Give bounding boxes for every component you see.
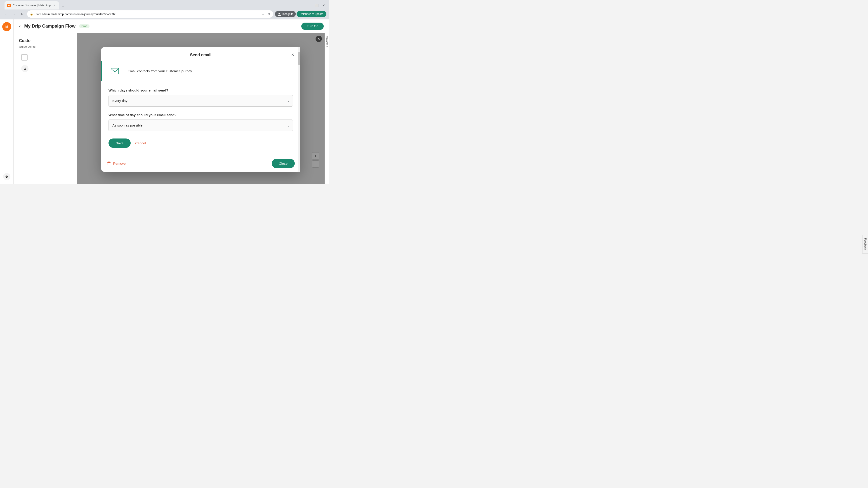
tab-close-icon[interactable]: ✕ bbox=[53, 4, 56, 7]
window-minimize-button[interactable]: — bbox=[307, 3, 312, 8]
incognito-label: Incognito bbox=[282, 12, 293, 15]
page-header: ‹ My Drip Campaign Flow Draft Turn On bbox=[13, 20, 329, 33]
address-icons: ☆ ⊡ bbox=[261, 12, 271, 16]
settings-panel-icon: ⚙ bbox=[21, 65, 29, 72]
info-text: Email contacts from your customer journe… bbox=[128, 69, 192, 73]
time-label: What time of day should your email send? bbox=[108, 113, 293, 117]
title-bar: M Customer Journeys | Mailchimp ✕ + — ⬜ … bbox=[0, 0, 329, 9]
incognito-icon bbox=[277, 12, 281, 16]
back-button[interactable]: ‹ bbox=[19, 23, 21, 29]
publish-button[interactable]: Turn On bbox=[301, 23, 324, 30]
settings-panel-item[interactable]: ⚙ bbox=[19, 63, 71, 74]
send-email-dialog: Send email ✕ bbox=[101, 47, 300, 172]
svg-rect-3 bbox=[108, 162, 110, 162]
dialog-close-button[interactable]: ✕ bbox=[289, 52, 296, 58]
app-logo[interactable]: M bbox=[2, 22, 11, 31]
days-select[interactable]: Every day Weekdays only Weekends only Cu… bbox=[108, 95, 293, 107]
days-select-wrapper: Every day Weekdays only Weekends only Cu… bbox=[108, 95, 293, 107]
dialog-title: Send email bbox=[190, 53, 211, 57]
address-bar-row: ← → ↻ 🔒 us21.admin.mailchimp.com/custome… bbox=[0, 9, 329, 20]
url-text: us21.admin.mailchimp.com/customer-journe… bbox=[35, 12, 260, 16]
star-icon[interactable]: ☆ bbox=[261, 12, 265, 16]
canvas-area: ✕ Send email ✕ bbox=[77, 33, 324, 184]
address-bar[interactable]: 🔒 us21.admin.mailchimp.com/customer-jour… bbox=[27, 10, 273, 18]
email-icon-box bbox=[110, 66, 120, 76]
checkbox-item[interactable] bbox=[19, 52, 71, 63]
info-banner: Email contacts from your customer journe… bbox=[101, 61, 300, 81]
scrollbar-thumb bbox=[298, 61, 300, 65]
form-section: Which days should your email send? Every… bbox=[101, 81, 300, 155]
header-actions: Turn On bbox=[301, 23, 324, 30]
sidebar-back-button[interactable]: ← bbox=[3, 35, 11, 43]
refresh-button[interactable]: ↻ bbox=[19, 11, 25, 17]
incognito-badge: Incognito bbox=[275, 11, 296, 17]
sidebar: M ← ⚙ bbox=[0, 20, 13, 184]
settings-icon[interactable]: ⚙ bbox=[3, 173, 10, 180]
days-label: Which days should your email send? bbox=[108, 88, 293, 92]
left-panel-subtitle: Guide points bbox=[19, 45, 71, 48]
time-form-group: What time of day should your email send?… bbox=[108, 113, 293, 131]
left-panel-title: Custo bbox=[19, 38, 71, 43]
content-layout: Custo Guide points ⚙ ✕ bbox=[13, 33, 329, 184]
new-tab-button[interactable]: + bbox=[60, 3, 66, 9]
tab-favicon: M bbox=[7, 4, 11, 7]
relaunch-label: Relaunch to update bbox=[300, 12, 323, 15]
cancel-button[interactable]: Cancel bbox=[135, 141, 146, 145]
main-content: ‹ My Drip Campaign Flow Draft Turn On Cu… bbox=[13, 20, 329, 184]
days-form-group: Which days should your email send? Every… bbox=[108, 88, 293, 107]
browser-actions: Incognito Relaunch to update bbox=[275, 11, 327, 17]
draft-badge: Draft bbox=[79, 24, 90, 28]
close-button[interactable]: Close bbox=[272, 159, 295, 168]
browser-chrome: M Customer Journeys | Mailchimp ✕ + — ⬜ … bbox=[0, 0, 329, 20]
contacts-label: contacts b bbox=[325, 33, 329, 50]
overlay-close-button[interactable]: ✕ bbox=[315, 36, 322, 42]
relaunch-button[interactable]: Relaunch to update bbox=[297, 11, 327, 17]
window-close-button[interactable]: ✕ bbox=[321, 3, 327, 8]
modal-overlay: ✕ Send email ✕ bbox=[77, 33, 324, 184]
dialog-body: Email contacts from your customer journe… bbox=[101, 61, 300, 155]
back-nav-button[interactable]: ← bbox=[3, 11, 9, 17]
page-title: My Drip Campaign Flow bbox=[24, 24, 75, 29]
scrollbar-track[interactable] bbox=[298, 61, 300, 155]
bookmark-icon[interactable]: ⊡ bbox=[267, 12, 271, 16]
time-select-wrapper: As soon as possible 8:00 AM 9:00 AM 10:0… bbox=[108, 120, 293, 131]
form-actions: Save Cancel bbox=[108, 138, 293, 148]
checkbox[interactable] bbox=[21, 54, 28, 61]
app-area: M ← ⚙ ‹ My Drip Campaign Flow Draft Turn… bbox=[0, 20, 329, 184]
contacts-panel: contacts b bbox=[324, 33, 329, 184]
save-button[interactable]: Save bbox=[108, 138, 131, 148]
left-panel: Custo Guide points ⚙ bbox=[13, 33, 77, 184]
tab-label: Customer Journeys | Mailchimp bbox=[13, 4, 51, 7]
active-tab[interactable]: M Customer Journeys | Mailchimp ✕ bbox=[4, 1, 59, 9]
trash-icon bbox=[107, 161, 111, 166]
dialog-header: Send email ✕ bbox=[101, 47, 300, 61]
forward-nav-button[interactable]: → bbox=[11, 11, 17, 17]
dialog-footer: Remove Close bbox=[101, 155, 300, 172]
remove-label: Remove bbox=[113, 162, 126, 165]
window-controls: — ⬜ ✕ bbox=[307, 3, 327, 8]
window-maximize-button[interactable]: ⬜ bbox=[314, 3, 319, 8]
email-icon bbox=[111, 68, 119, 74]
tab-bar: M Customer Journeys | Mailchimp ✕ + bbox=[3, 1, 66, 9]
svg-rect-0 bbox=[111, 68, 119, 74]
svg-rect-1 bbox=[108, 163, 110, 165]
time-select[interactable]: As soon as possible 8:00 AM 9:00 AM 10:0… bbox=[108, 120, 293, 131]
remove-button[interactable]: Remove bbox=[107, 161, 126, 166]
